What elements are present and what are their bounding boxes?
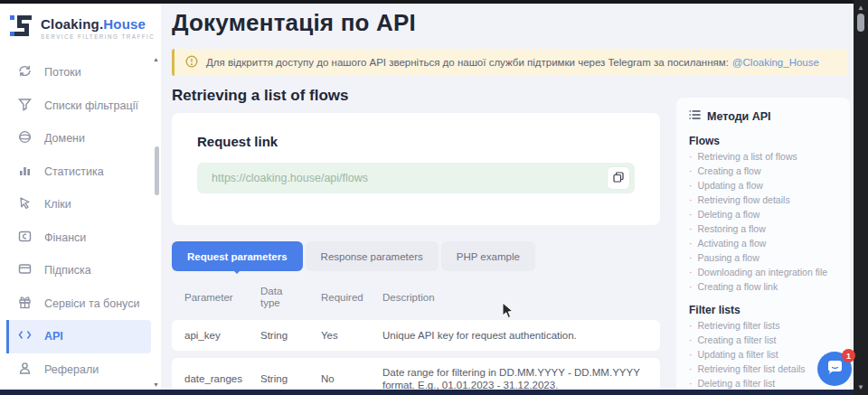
method-link[interactable]: Deleting a flow [689, 210, 837, 220]
tab-request-parameters[interactable]: Request parameters [172, 241, 303, 271]
brand-logo-icon [9, 13, 33, 43]
sidebar-item-referrals[interactable]: Реферали [0, 353, 161, 387]
sidebar-scroll-down-icon[interactable]: ▼ [153, 381, 159, 388]
sidebar-item-clicks[interactable]: Кліки [0, 188, 161, 221]
sidebar-item-filter-lists[interactable]: Списки фільтрації [0, 89, 161, 123]
tab-php-example[interactable]: PHP example [441, 241, 535, 271]
wallet-icon [18, 262, 32, 278]
api-methods-panel: Методи API Flows Retrieving a list of fl… [676, 98, 850, 395]
brand-text: Cloaking.House SERVICE FILTERING TRAFFIC [41, 16, 155, 40]
method-link[interactable]: Retrieving filter list details [689, 364, 837, 374]
sidebar-item-domains[interactable]: Домени [0, 122, 161, 155]
method-link[interactable]: Creating a flow link [689, 282, 837, 292]
brand-name: Cloaking.House [41, 16, 155, 32]
cell-parameter: date_ranges [184, 373, 260, 384]
user-icon [18, 362, 32, 378]
sidebar-item-label: API [44, 330, 63, 343]
method-link[interactable]: Activating a flow [689, 239, 837, 249]
method-link[interactable]: Downloading an integration file [689, 268, 837, 277]
copy-button[interactable] [608, 167, 629, 189]
copy-icon [613, 172, 624, 185]
tab-response-parameters[interactable]: Response parameters [306, 241, 439, 271]
credit-card-icon [18, 230, 32, 246]
column-header-parameter: Parameter [184, 292, 260, 303]
list-icon [689, 109, 701, 123]
cell-description: Unique API key for request authenticatio… [382, 329, 660, 342]
bar-chart-icon [18, 164, 32, 180]
column-header-data-type: Data type [260, 286, 293, 309]
notice-text: Для відкриття доступу до нашого API звер… [206, 57, 819, 68]
code-icon [18, 328, 32, 344]
api-methods-header: Методи API [689, 109, 837, 123]
sidebar-item-label: Фінанси [44, 231, 86, 244]
sidebar-menu: Потоки Списки фільтрації Домени Статисти… [0, 56, 161, 386]
column-header-description: Description [382, 292, 660, 303]
page-title: Документація по API [172, 9, 848, 37]
methods-group-filter-lists: Filter lists [689, 304, 837, 316]
column-header-required: Required [321, 292, 382, 303]
sidebar-item-label: Підписка [44, 264, 91, 277]
sidebar-item-label: Домени [44, 132, 85, 145]
gift-icon [18, 296, 32, 312]
sidebar-item-label: Потоки [44, 66, 81, 79]
sidebar-scrollbar-thumb[interactable] [155, 146, 159, 195]
sidebar-item-subscription[interactable]: Підписка [0, 254, 161, 287]
method-link[interactable]: Retrieving flow details [689, 195, 837, 205]
method-link[interactable]: Updating a filter list [689, 350, 837, 360]
sidebar-item-statistics[interactable]: Статистика [0, 155, 161, 189]
method-link[interactable]: Creating a flow [689, 166, 837, 176]
chat-widget-button[interactable]: 1 [817, 352, 852, 386]
sidebar-item-api[interactable]: API [6, 320, 151, 353]
cell-data-type: String [260, 330, 321, 341]
cell-data-type: String [260, 373, 321, 384]
brand-tagline: SERVICE FILTERING TRAFFIC [41, 33, 155, 40]
top-window-bar [0, 0, 868, 4]
table-header-row: Parameter Data type Required Description [172, 280, 660, 315]
cell-description: Date range for filtering in DD.MM.YYYY -… [382, 366, 660, 391]
request-url: https://cloaking.house/api/flows [212, 172, 608, 184]
method-link[interactable]: Restoring a flow [689, 224, 837, 234]
method-link[interactable]: Creating a filter list [689, 335, 837, 345]
cursor-click-icon [18, 196, 32, 212]
sidebar-item-services[interactable]: Сервіси та бонуси [0, 287, 161, 321]
request-link-title: Request link [197, 134, 635, 149]
table-row[interactable]: api_key String Yes Unique API key for re… [172, 320, 660, 351]
method-link[interactable]: Updating a flow [689, 181, 837, 191]
telegram-link[interactable]: @Cloaking_House [732, 57, 819, 68]
method-link[interactable]: Deleting a filter list [689, 379, 837, 389]
cell-required: Yes [321, 330, 382, 341]
methods-group-flows: Flows [689, 135, 837, 147]
sidebar-item-label: Списки фільтрації [44, 99, 138, 112]
method-link[interactable]: Retrieving a list of flows [689, 152, 837, 162]
sidebar-item-flows[interactable]: Потоки [0, 56, 161, 89]
bottom-window-bar [0, 390, 854, 395]
sidebar-item-label: Реферали [44, 363, 99, 376]
sidebar-item-label: Сервіси та бонуси [44, 297, 139, 310]
sidebar-item-label: Статистика [44, 165, 104, 178]
notice-banner: Для відкриття доступу до нашого API звер… [172, 49, 848, 76]
request-link-card: Request link https://cloaking.house/api/… [172, 113, 660, 225]
globe-icon [18, 130, 32, 146]
api-methods-title: Методи API [707, 110, 771, 123]
method-link[interactable]: Pausing a flow [689, 253, 837, 263]
chat-unread-badge: 1 [842, 349, 855, 362]
page-scrollbar[interactable]: ▲ ▼ [854, 0, 868, 395]
chat-bubble-icon [826, 359, 844, 379]
scroll-up-icon[interactable]: ▲ [854, 4, 868, 13]
request-url-field: https://cloaking.house/api/flows [197, 163, 635, 193]
page-scrollbar-thumb[interactable] [857, 14, 864, 32]
sidebar-item-label: Кліки [44, 198, 71, 211]
cell-parameter: api_key [184, 330, 260, 341]
sync-icon [18, 64, 32, 80]
sidebar-scroll-up-icon[interactable]: ▲ [153, 56, 159, 62]
method-link[interactable]: Retrieving filter lists [689, 321, 837, 331]
sidebar: Cloaking.House SERVICE FILTERING TRAFFIC… [0, 4, 161, 395]
filter-icon [18, 98, 32, 114]
brand-logo[interactable]: Cloaking.House SERVICE FILTERING TRAFFIC [0, 4, 161, 43]
info-icon [185, 55, 198, 70]
cell-required: No [321, 373, 382, 384]
sidebar-item-finance[interactable]: Фінанси [0, 221, 161, 255]
scroll-down-icon[interactable]: ▼ [854, 383, 868, 392]
